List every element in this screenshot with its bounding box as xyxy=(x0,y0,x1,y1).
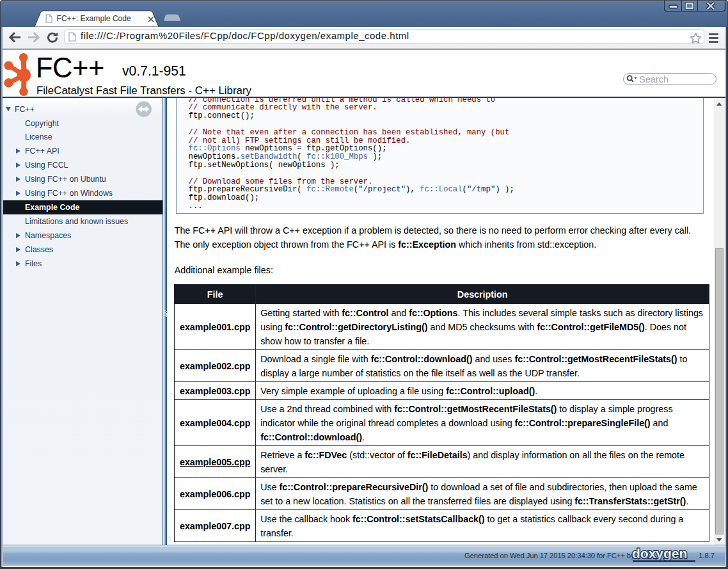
svg-text:doxygen: doxygen xyxy=(632,546,687,561)
